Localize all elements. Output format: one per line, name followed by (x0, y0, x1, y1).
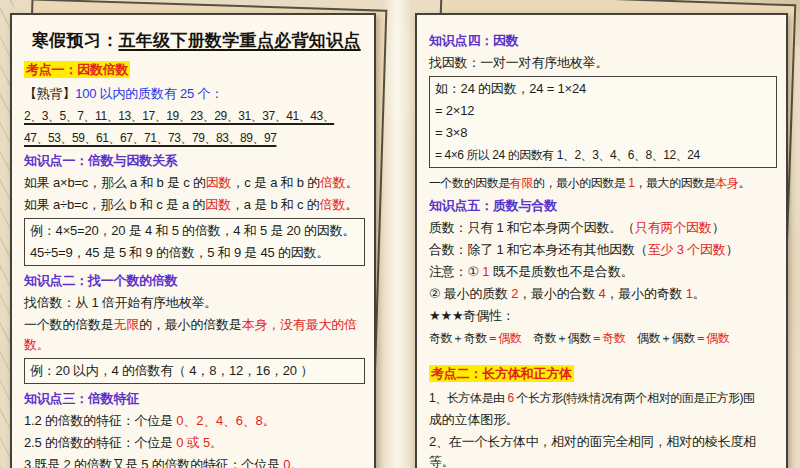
text-segment: 1.2 的倍数的特征：个位是 (24, 413, 176, 428)
text-segment: 1、长方体是由 (429, 391, 507, 405)
text-line: 2.5 的倍数的特征：个位是 0 或 5。 (24, 433, 365, 453)
text-segment: = 3×8 (435, 125, 467, 140)
text-segment: 如果 a×b=c，那么 a 和 b 是 c 的 (24, 175, 206, 190)
page-title: 寒假预习：五年级下册数学重点必背知识点 (32, 31, 365, 51)
text-segment: 【熟背】 (24, 86, 75, 101)
text-segment: 。 (346, 175, 359, 190)
text-segment: 如果 a÷b=c，那么 b 和 c 是 a 的 (24, 197, 205, 212)
example-line: 例：4×5=20，20 是 4 和 5 的倍数，4 和 5 是 20 的因数。 (30, 220, 359, 242)
text-segment: 合数：除了 1 和它本身还有其他因数（ (429, 242, 648, 257)
knowledge-point-heading: 知识点二：找一个数的倍数 (24, 271, 365, 291)
text-line: 【熟背】100 以内的质数有 25 个： (24, 84, 365, 104)
example-line: 45÷5=9，45 是 5 和 9 的倍数，5 和 9 是 45 的因数。 (30, 242, 359, 264)
text-segment: 1 (686, 286, 693, 301)
text-segment: 偶数 (498, 331, 521, 345)
example-line: 如：24 的因数，24 = 1×24 (435, 78, 771, 100)
text-segment: 的，最小的倍数是 (139, 317, 241, 332)
text-segment: 47、53、59、61、67、71、73、79、83、89、97 (24, 131, 276, 145)
text-line: 1、长方体是由 6 个长方形(特殊情况有两个相对的面是正方形)围 (429, 388, 777, 408)
text-segment: ，a 是 b 和 c 的 (231, 197, 320, 212)
text-segment: 倍数 (320, 197, 346, 212)
spacer (429, 350, 777, 363)
text-segment: ，最小的奇数 (606, 286, 686, 301)
left-page: 寒假预习：五年级下册数学重点必背知识点考点一：因数倍数【熟背】100 以内的质数… (10, 13, 376, 468)
text-segment: 0 或 5。 (176, 435, 222, 450)
text-line: 成的立体图形。 (429, 410, 777, 430)
text-segment: 偶数＋偶数＝ (625, 331, 706, 345)
right-page-content: 知识点四：因数找因数：一对一对有序地枚举。如：24 的因数，24 = 1×24=… (417, 15, 786, 468)
text-segment: 。 (693, 286, 706, 301)
text-line: 注意：① 1 既不是质数也不是合数。 (429, 262, 777, 282)
text-segment: ② 最小的质数 (429, 286, 511, 301)
text-segment: 100 以内的质数有 25 个： (75, 86, 223, 101)
text-segment: 无限 (114, 317, 140, 332)
text-segment: ） (712, 220, 725, 235)
section-highlight: 考点二：长方体和正方体 (429, 364, 777, 384)
text-segment: 。 (738, 176, 750, 190)
text-segment: 如：24 的因数，24 = 1×24 (435, 81, 586, 96)
text-line: 质数：只有 1 和它本身两个因数。（只有两个因数） (429, 218, 777, 238)
text-segment: 寒假预习： (32, 31, 119, 50)
text-line: 奇数＋奇数＝偶数 奇数＋偶数＝奇数 偶数＋偶数＝偶数 (429, 328, 777, 348)
example-box: 例：4×5=20，20 是 4 和 5 的倍数，4 和 5 是 20 的因数。4… (24, 218, 365, 266)
text-segment: 知识点四：因数 (429, 33, 519, 48)
text-segment: 本身 (715, 176, 738, 190)
text-line: 2、在一个长方体中，相对的面完全相同，相对的棱长度相等。 (429, 432, 777, 468)
text-segment: 例：20 以内，4 的倍数有（ 4，8，12，16，20 ） (30, 363, 313, 378)
text-line: 2、3、5、7、11、13、17、19、23、29、31、37、41、43、 (24, 106, 365, 126)
text-segment: ） (726, 242, 739, 257)
knowledge-point-heading: 知识点一：倍数与因数关系 (24, 151, 365, 171)
left-page-content: 寒假预习：五年级下册数学重点必背知识点考点一：因数倍数【熟背】100 以内的质数… (12, 15, 374, 468)
text-segment: 至少 3 个因数 (648, 242, 726, 257)
text-segment: 奇数＋奇数＝ (429, 331, 498, 345)
text-segment: 奇数 (602, 331, 625, 345)
text-segment: 考点二：长方体和正方体 (429, 365, 574, 382)
example-line: = 3×8 (435, 122, 771, 144)
text-segment: 2、在一个长方体中，相对的面完全相同，相对的棱长度相等。 (429, 434, 756, 468)
example-box: 如：24 的因数，24 = 1×24= 2×12= 3×8= 4×6 所以 24… (429, 76, 777, 168)
text-segment: 既不是质数也不是合数。 (489, 264, 633, 279)
text-segment: 。 (345, 197, 358, 212)
text-segment: 质数：只有 1 和它本身两个因数。（ (429, 220, 635, 235)
text-line: 如果 a÷b=c，那么 b 和 c 是 a 的因数，a 是 b 和 c 的倍数。 (24, 195, 365, 215)
text-segment: 知识点一：倍数与因数关系 (24, 153, 178, 168)
text-line: ② 最小的质数 2，最小的合数 4，最小的奇数 1。 (429, 284, 777, 304)
text-segment: 知识点五：质数与合数 (429, 198, 557, 213)
text-segment: 2、3、5、7、11、13、17、19、23、29、31、37、41、43、 (24, 109, 334, 123)
text-segment: 2.5 的倍数的特征：个位是 (24, 435, 176, 450)
text-segment: 个长方形(特殊情况有两个相对的面是正方形)围 (514, 391, 755, 405)
text-line: 3.既是 2 的倍数又是 5 的倍数的特征：个位是 0。 (24, 455, 365, 468)
text-segment: ，最小的合数 (518, 286, 598, 301)
notes-photo-background: 寒假预习：五年级下册数学重点必背知识点考点一：因数倍数【熟背】100 以内的质数… (0, 0, 800, 468)
text-segment: ，最大的因数是 (635, 176, 716, 190)
text-segment: 3.既是 2 的倍数又是 5 的倍数的特征：个位是 (24, 457, 283, 468)
knowledge-point-heading: 知识点五：质数与合数 (429, 196, 777, 216)
text-segment: 因数 (205, 197, 231, 212)
text-line: ★★★奇偶性： (429, 306, 777, 326)
text-segment: 倍数 (320, 175, 346, 190)
text-segment: 偶数 (706, 331, 729, 345)
text-segment: 0、2、4、6、8。 (176, 413, 275, 428)
text-segment: = 2×12 (435, 103, 474, 118)
text-segment: 一个数的倍数是 (24, 317, 114, 332)
example-line: = 2×12 (435, 100, 771, 122)
knowledge-point-heading: 知识点三：倍数特征 (24, 389, 365, 409)
text-segment: ，c 是 a 和 b 的 (231, 175, 320, 190)
text-segment: 一个数的因数是 (429, 176, 510, 190)
text-line: 如果 a×b=c，那么 a 和 b 是 c 的因数，c 是 a 和 b 的倍数。 (24, 173, 365, 193)
text-segment: 知识点三：倍数特征 (24, 391, 139, 406)
background-light-band (382, 0, 412, 468)
example-line: 例：20 以内，4 的倍数有（ 4，8，12，16，20 ） (30, 360, 359, 382)
text-segment: 有限 (510, 176, 533, 190)
text-segment: = 4×6 所以 24 的因数有 1、2、3、4、6、8、12、24 (435, 148, 700, 162)
text-segment: 4 (599, 286, 606, 301)
text-segment: 五年级下册数学重点必背知识点 (119, 31, 361, 50)
text-line: 一个数的倍数是无限的，最小的倍数是本身，没有最大的倍数。 (24, 315, 365, 355)
text-line: 找因数：一对一对有序地枚举。 (429, 53, 777, 73)
text-segment: 知识点二：找一个数的倍数 (24, 273, 178, 288)
section-highlight: 考点一：因数倍数 (24, 60, 365, 80)
text-line: 47、53、59、61、67、71、73、79、83、89、97 (24, 128, 365, 148)
example-line: = 4×6 所以 24 的因数有 1、2、3、4、6、8、12、24 (435, 144, 771, 166)
text-segment: 考点一：因数倍数 (24, 61, 130, 78)
text-segment: 45÷5=9，45 是 5 和 9 的倍数，5 和 9 是 45 的因数。 (30, 245, 329, 260)
